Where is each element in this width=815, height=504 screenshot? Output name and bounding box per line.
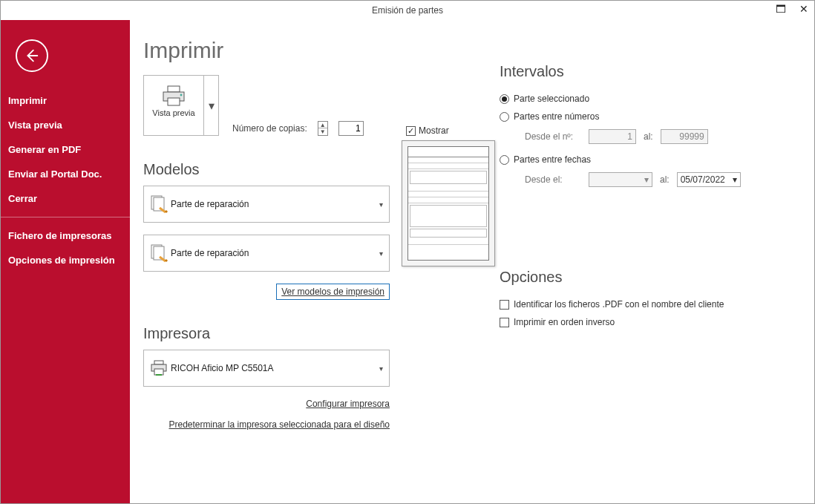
back-button[interactable] [16, 39, 48, 72]
window-maximize-icon[interactable]: 🗖 [773, 2, 789, 16]
hasta-fecha-value: 05/07/2022 [681, 174, 725, 185]
svg-rect-9 [154, 361, 163, 364]
desde-n-label: Desde el nº: [525, 131, 581, 142]
print-preview-splitbutton[interactable]: Vista previa ▾ [143, 75, 219, 136]
ver-modelos-link[interactable]: Ver modelos de impresión [281, 287, 384, 297]
window-title: Emisión de partes [1, 5, 814, 16]
copies-label: Número de copias: [232, 123, 307, 134]
chevron-down-icon: ▾ [379, 364, 383, 373]
document-thumbnail[interactable] [402, 140, 495, 266]
check-orden-inverso-label: Imprimir en orden inverso [514, 317, 615, 327]
al-label-1: al: [644, 131, 653, 142]
impresora-heading: Impresora [143, 325, 390, 342]
modelos-heading: Modelos [143, 161, 390, 178]
chevron-down-icon: ▾ [379, 200, 383, 209]
chevron-down-icon: ▾ [209, 99, 215, 113]
predeterminar-impresora-link[interactable]: Predeterminar la impresora seleccionada … [169, 419, 390, 430]
svg-rect-3 [168, 98, 180, 105]
check-identificar-pdf-label: Identificar los ficheros .PDF con el nom… [514, 299, 724, 310]
desde-fecha-picker[interactable]: ▾ [589, 172, 652, 187]
sidebar-item-fichero-impresoras[interactable]: Fichero de impresoras [1, 223, 130, 248]
radio-partes-numeros-label: Partes entre números [514, 111, 599, 122]
radio-parte-seleccionado-label: Parte seleccionado [514, 94, 589, 104]
radio-partes-fechas[interactable]: Partes entre fechas [500, 154, 782, 165]
al-label-2: al: [660, 174, 670, 185]
modelo-combo-1[interactable]: Parte de reparación ▾ [143, 186, 390, 223]
chevron-down-icon: ▾ [379, 249, 383, 258]
sidebar-item-enviar-portal[interactable]: Enviar al Portal Doc. [1, 162, 130, 186]
radio-parte-seleccionado[interactable]: Parte seleccionado [500, 94, 782, 104]
radio-partes-fechas-label: Partes entre fechas [514, 154, 591, 165]
svg-rect-1 [168, 86, 180, 92]
svg-point-4 [180, 94, 183, 96]
impresora-selected-label: RICOH Aficio MP C5501A [169, 363, 379, 373]
mostrar-label: Mostrar [419, 125, 449, 136]
sidebar-item-opciones-impresion[interactable]: Opciones de impresión [1, 248, 130, 272]
configurar-impresora-link[interactable]: Configurar impresora [306, 399, 390, 409]
chevron-down-icon: ▾ [644, 174, 649, 185]
hasta-n-input[interactable] [661, 129, 708, 144]
sidebar-item-imprimir[interactable]: Imprimir [1, 88, 130, 113]
svg-rect-11 [154, 369, 163, 375]
sidebar-item-generar-pdf[interactable]: Generar en PDF [1, 137, 130, 162]
arrow-left-icon [24, 48, 40, 64]
window-close-icon[interactable]: ✕ [796, 2, 811, 16]
impresora-combo[interactable]: RICOH Aficio MP C5501A ▾ [143, 350, 390, 387]
copies-input[interactable] [338, 121, 364, 136]
check-orden-inverso[interactable]: Imprimir en orden inverso [500, 317, 782, 327]
document-icon [149, 243, 168, 263]
step-down-icon[interactable]: ▼ [318, 128, 327, 135]
desde-n-input[interactable] [589, 129, 636, 144]
step-up-icon[interactable]: ▲ [318, 122, 327, 128]
modelo-combo-1-label: Parte de reparación [169, 199, 379, 209]
sidebar-item-vista-previa[interactable]: Vista previa [1, 113, 130, 137]
modelo-combo-2[interactable]: Parte de reparación ▾ [143, 235, 390, 272]
document-icon [149, 194, 168, 214]
hasta-fecha-picker[interactable]: 05/07/2022 ▾ [677, 172, 741, 187]
radio-partes-numeros[interactable]: Partes entre números [500, 111, 782, 122]
print-preview-label: Vista previa [144, 108, 203, 117]
opciones-heading: Opciones [500, 269, 782, 286]
copies-stepper[interactable]: ▲ ▼ [318, 121, 328, 136]
printer-ready-icon [149, 360, 168, 376]
chevron-down-icon: ▾ [733, 174, 737, 185]
printer-icon [160, 85, 187, 107]
intervalos-heading: Intervalos [500, 63, 782, 80]
mostrar-checkbox[interactable]: ✓ [406, 126, 416, 136]
svg-rect-12 [156, 374, 162, 376]
modelo-combo-2-label: Parte de reparación [169, 248, 379, 258]
desde-fecha-label: Desde el: [525, 174, 581, 185]
check-identificar-pdf[interactable]: Identificar los ficheros .PDF con el nom… [500, 299, 782, 310]
print-preview-dropdown[interactable]: ▾ [203, 76, 218, 135]
sidebar-item-cerrar[interactable]: Cerrar [1, 186, 130, 211]
